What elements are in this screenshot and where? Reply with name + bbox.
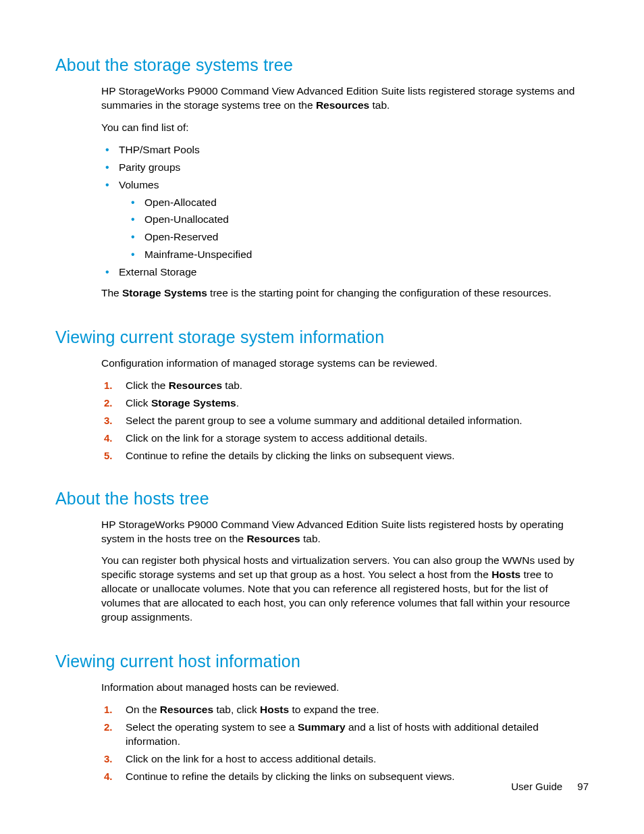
paragraph: You can find list of: [101,121,589,135]
section-heading: Viewing current storage system informati… [55,328,589,347]
section-body: Configuration information of managed sto… [101,357,589,463]
section-body: Information about managed hosts can be r… [101,681,589,784]
section-body: HP StorageWorks P9000 Command View Advan… [101,84,589,301]
list-item-text: Open-Allocated [144,197,217,208]
paragraph: You can register both physical hosts and… [101,554,589,625]
bullet-list: THP/Smart Pools Parity groups Volumes Op… [101,143,589,280]
section-heading: About the hosts tree [55,489,589,509]
paragraph: HP StorageWorks P9000 Command View Advan… [101,518,589,546]
list-item: Volumes Open-Allocated Open-Unallocated … [101,178,589,263]
step-item: Select the parent group to see a volume … [101,414,589,428]
list-item: Mainframe-Unspecified [127,248,589,262]
list-item: Open-Allocated [127,196,589,210]
list-item: THP/Smart Pools [101,143,589,157]
step-item: Continue to refine the details by clicki… [101,449,589,463]
list-item-text: Open-Reserved [144,231,218,242]
list-item-text: Open-Unallocated [144,213,229,225]
list-item: Open-Unallocated [127,213,589,227]
paragraph: Configuration information of managed sto… [101,357,589,371]
page-number: 97 [577,781,589,792]
list-item-text: Parity groups [119,161,180,173]
page: About the storage systems tree HP Storag… [0,0,644,834]
ordered-steps: On the Resources tab, click Hosts to exp… [101,703,589,784]
step-item: Click Storage Systems. [101,396,589,411]
step-item: Click the Resources tab. [101,379,589,393]
content: About the storage systems tree HP Storag… [55,55,589,784]
step-item: On the Resources tab, click Hosts to exp… [101,703,589,717]
step-item: Select the operating system to see a Sum… [101,721,589,749]
list-item-text: External Storage [119,266,196,278]
list-item: Parity groups [101,161,589,175]
step-item: Click on the link for a storage system t… [101,432,589,446]
section-heading: About the storage systems tree [55,55,589,75]
list-item: External Storage [101,265,589,280]
footer-label: User Guide [511,781,562,792]
bullet-list-nested: Open-Allocated Open-Unallocated Open-Res… [127,196,589,263]
ordered-steps: Click the Resources tab. Click Storage S… [101,379,589,463]
section-body: HP StorageWorks P9000 Command View Advan… [101,518,589,625]
paragraph: The Storage Systems tree is the starting… [101,286,589,301]
list-item-text: THP/Smart Pools [119,144,200,155]
list-item-text: Volumes [119,179,159,190]
paragraph: HP StorageWorks P9000 Command View Advan… [101,84,589,113]
paragraph: Information about managed hosts can be r… [101,681,589,695]
page-footer: User Guide 97 [511,781,589,792]
list-item: Open-Reserved [127,230,589,244]
section-heading: Viewing current host information [55,652,589,671]
step-item: Click on the link for a host to access a… [101,752,589,766]
list-item-text: Mainframe-Unspecified [144,249,252,260]
